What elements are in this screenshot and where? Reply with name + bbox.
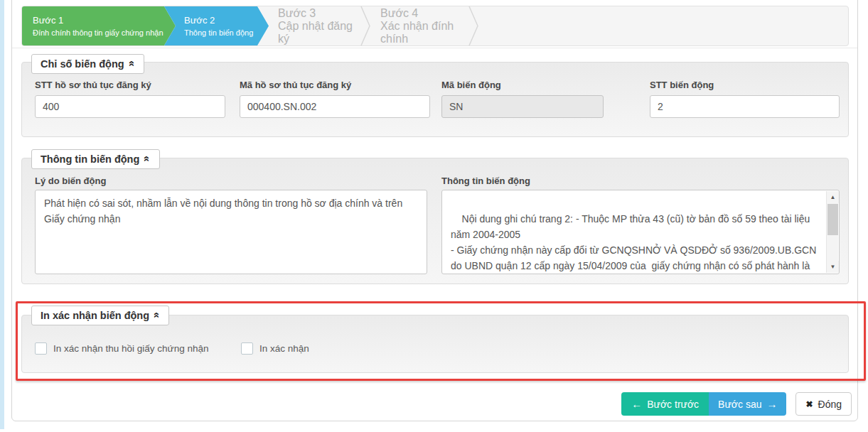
step-2-label: Bước 2 — [184, 16, 269, 26]
previous-step-button[interactable]: ← Bước trước — [621, 392, 709, 416]
field-label: STT biến động — [650, 80, 840, 90]
ly-do-label: Lý do biến động — [35, 176, 106, 186]
footer-button-row: ← Bước trước Bước sau → ✖ Đóng — [621, 392, 852, 416]
field-label: Mã biến động — [441, 80, 604, 90]
page-edge-strip — [0, 0, 4, 429]
field-stt-bien-dong: STT biến động — [650, 80, 840, 118]
collapse-chevron-icon: « — [141, 156, 154, 161]
next-step-label: Bước sau — [718, 399, 761, 410]
close-button[interactable]: ✖ Đóng — [795, 392, 852, 416]
checkbox-row-in-xac-nhan[interactable]: In xác nhận — [241, 342, 309, 355]
step-separator-icon — [360, 6, 370, 45]
wizard-steps-bar: Bước 1 Đính chính thông tin giấy chứng n… — [21, 6, 849, 46]
collapse-chevron-icon: « — [126, 60, 138, 66]
wizard-step-4[interactable]: Bước 4 Xác nhận đính chính — [370, 6, 478, 45]
stt-bien-dong-input[interactable] — [650, 95, 840, 118]
checkbox-row-thu-hoi[interactable]: In xác nhận thu hồi giấy chứng nhận — [35, 342, 208, 355]
collapse-chevron-icon: « — [151, 312, 164, 318]
thong-tin-bien-dong-textarea[interactable]: Nội dung ghi chú trang 2: - Thuộc MP thử… — [441, 190, 840, 274]
step-4-label: Bước 4 — [380, 7, 468, 20]
ma-bien-dong-input — [441, 95, 604, 118]
thong-tin-label: Thông tin biến động — [441, 176, 530, 186]
in-xac-nhan-thu-hoi-checkbox[interactable] — [35, 342, 47, 355]
step-3-sublabel: Cập nhật đăng ký — [278, 20, 360, 45]
scrollbar-thumb[interactable] — [827, 204, 838, 235]
previous-step-label: Bước trước — [647, 399, 699, 410]
arrow-right-icon: → — [766, 398, 777, 410]
stt-ho-so-input[interactable] — [35, 95, 225, 118]
section-title: Chỉ số biến động — [41, 58, 124, 70]
ly-do-bien-dong-textarea[interactable]: Phát hiện có sai sót, nhầm lẫn về nội du… — [35, 190, 427, 274]
section-header-chi-so-bien-dong[interactable]: Chỉ số biến động« — [31, 54, 144, 74]
in-xac-nhan-checkbox[interactable] — [241, 342, 253, 355]
step-3-label: Bước 3 — [278, 7, 360, 20]
field-ma-bien-dong: Mã biến động — [441, 80, 604, 118]
scroll-down-icon[interactable]: ▼ — [827, 261, 839, 273]
scroll-up-icon[interactable]: ▲ — [827, 191, 839, 203]
arrow-left-icon: ← — [631, 398, 642, 410]
panel-chi-so-bien-dong: STT hồ sơ thủ tục đăng ký Mã hồ sơ thủ t… — [21, 62, 849, 137]
step-1-sublabel: Đính chính thông tin giấy chứng nhận — [33, 28, 176, 37]
panel-thong-tin-bien-dong: Lý do biến động Thông tin biến động Phát… — [21, 158, 849, 284]
ma-ho-so-input[interactable] — [240, 95, 430, 118]
next-step-button[interactable]: Bước sau → — [709, 392, 786, 416]
field-stt-ho-so: STT hồ sơ thủ tục đăng ký — [35, 80, 225, 118]
field-label: Mã hồ sơ thủ tục đăng ký — [240, 80, 430, 90]
field-ma-ho-so: Mã hồ sơ thủ tục đăng ký — [240, 80, 430, 118]
close-label: Đóng — [818, 399, 842, 410]
section-header-thong-tin-bien-dong[interactable]: Thông tin biến động« — [31, 149, 160, 169]
section-title: In xác nhận biến động — [41, 310, 149, 321]
step-4-sublabel: Xác nhận đính chính — [380, 20, 468, 45]
textarea-scrollbar[interactable]: ▲ ▼ — [826, 191, 838, 273]
step-2-sublabel: Thông tin biến động — [184, 28, 269, 37]
checkbox-label[interactable]: In xác nhận thu hồi giấy chứng nhận — [53, 343, 208, 354]
checkbox-label[interactable]: In xác nhận — [259, 343, 309, 354]
close-x-icon: ✖ — [805, 399, 813, 409]
section-header-in-xac-nhan[interactable]: In xác nhận biến động« — [31, 306, 169, 325]
wizard-step-2[interactable]: Bước 2 Thông tin biến động — [164, 6, 269, 45]
step-1-label: Bước 1 — [33, 16, 176, 26]
step-separator-icon — [468, 6, 478, 45]
thong-tin-text: Nội dung ghi chú trang 2: - Thuộc MP thử… — [451, 213, 819, 274]
wizard-step-1[interactable]: Bước 1 Đính chính thông tin giấy chứng n… — [22, 6, 176, 45]
wizard-step-3[interactable]: Bước 3 Cập nhật đăng ký — [269, 6, 370, 45]
wizard-bottom-divider — [12, 48, 857, 48]
section-title: Thông tin biến động — [41, 153, 139, 165]
field-label: STT hồ sơ thủ tục đăng ký — [35, 80, 225, 90]
